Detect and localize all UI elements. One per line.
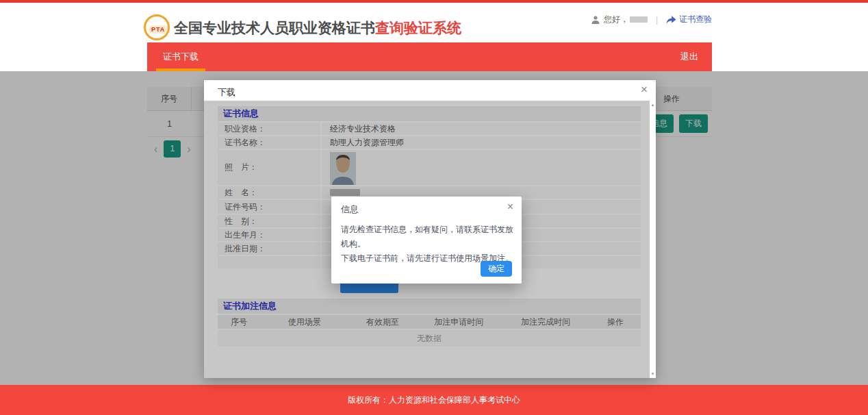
pta-logo-text: PTA — [149, 25, 168, 34]
pta-logo: PTA — [144, 14, 170, 40]
site-title-main: 全国专业技术人员职业资格证书 — [174, 20, 375, 36]
scroll-up-icon[interactable]: ▲ — [650, 103, 656, 107]
info-modal: 信息 × 请先检查证书信息，如有疑问，请联系证书发放机构。 下载电子证书前，请先… — [331, 197, 522, 284]
greeting-text: 您好， — [604, 14, 628, 25]
download-modal-header: 下载 × — [204, 80, 656, 101]
info-modal-title: 信息 — [341, 203, 359, 216]
download-modal-title: 下载 — [218, 86, 235, 99]
ok-button[interactable]: 确定 — [481, 261, 512, 277]
info-line-1: 请先检查证书信息，如有疑问，请联系证书发放机构。 — [341, 223, 513, 251]
header-divider: | — [656, 15, 658, 25]
tab-cert-download[interactable]: 证书下载 — [156, 42, 205, 71]
site-header: PTA 全国专业技术人员职业资格证书查询验证系统 您好， | 证书查验 — [0, 3, 868, 42]
cert-check-link[interactable]: 证书查验 — [679, 14, 712, 25]
scroll-down-icon[interactable]: ▼ — [650, 372, 656, 376]
page-footer: 版权所有：人力资源和社会保障部人事考试中心 — [0, 385, 868, 415]
user-icon — [591, 15, 600, 25]
info-modal-close-icon[interactable]: × — [507, 201, 513, 213]
site-title: 全国专业技术人员职业资格证书查询验证系统 — [174, 18, 461, 38]
share-arrow-icon — [666, 15, 676, 24]
logout-button[interactable]: 退出 — [680, 42, 698, 71]
copyright-text: 版权所有：人力资源和社会保障部人事考试中心 — [348, 394, 520, 406]
modal-scrollbar[interactable]: ▲ ▼ — [650, 101, 656, 378]
main-nav: 证书下载 退出 — [147, 42, 712, 71]
redacted-username — [630, 16, 648, 23]
download-modal-close-icon[interactable]: × — [641, 83, 648, 97]
site-title-accent: 查询验证系统 — [375, 20, 461, 36]
info-modal-body: 请先检查证书信息，如有疑问，请联系证书发放机构。 下载电子证书前，请先进行证书使… — [341, 223, 513, 266]
header-links: 您好， | 证书查验 — [591, 14, 712, 25]
